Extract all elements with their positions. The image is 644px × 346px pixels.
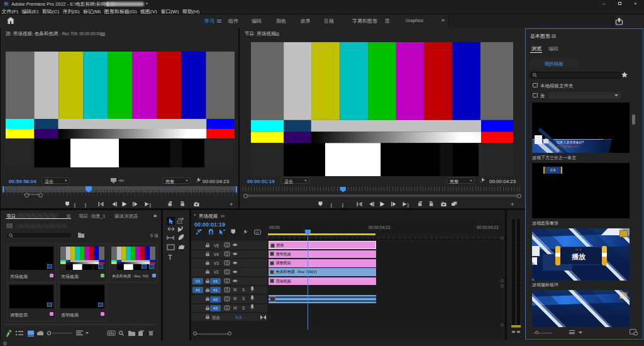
svg-text:S: S [242, 306, 245, 310]
svg-text:cc: cc [255, 230, 259, 234]
svg-text:}: } [85, 202, 87, 208]
svg-text:{: { [331, 202, 333, 208]
svg-text:{: { [74, 202, 76, 208]
svg-text:}: } [342, 202, 344, 208]
svg-text:T: T [168, 254, 172, 261]
svg-text:M: M [233, 306, 236, 310]
svg-text:S: S [242, 287, 245, 292]
svg-text:}: } [408, 202, 409, 208]
svg-text:M: M [233, 287, 236, 292]
svg-text:M: M [233, 296, 236, 301]
svg-text:+: + [511, 201, 514, 208]
svg-text:+: + [230, 201, 233, 208]
svg-text:S: S [242, 296, 245, 301]
svg-text:}: } [150, 202, 152, 208]
